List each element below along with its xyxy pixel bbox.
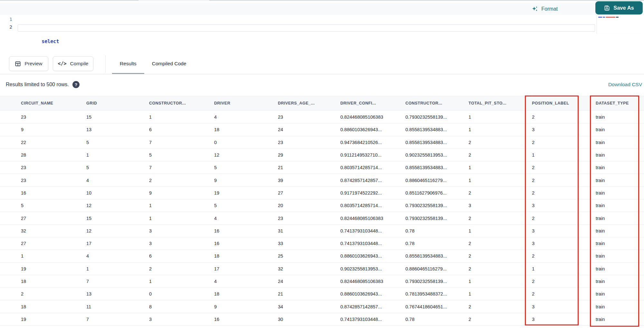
column-header[interactable]: DATASET_TYPE [596,101,644,105]
table-cell: 0.824468085106383 [340,114,405,120]
table-cell: 2 [532,253,596,259]
table-cell: 0.8860103626943... [340,127,405,132]
table-cell: 0.8742857142857... [340,178,405,183]
tab-results[interactable]: Results [112,53,144,74]
table-cell: 23 [278,114,340,120]
table-cell: 2 [532,190,596,196]
results-limit-text: Results limited to 500 rows. [6,82,69,87]
window-top-edge [0,0,644,1]
table-cell: 23 [278,140,340,145]
table-cell: 13 [86,127,149,132]
line-number-1: 1 [7,17,12,22]
table-cell: 23 [21,178,86,183]
table-cell: 0.8860103626943... [340,291,405,296]
column-header[interactable]: DRIVER [214,101,278,105]
table-cell: 1 [149,114,214,120]
table-cell: 0.8511627906976... [405,190,469,196]
table-cell: 24 [278,279,340,284]
table-cell: train [596,165,644,170]
table-cell: 7 [149,165,214,170]
toolbar-tabs-divider [105,55,106,73]
table-cell: 2 [469,190,532,196]
table-cell: 0.7413793103448... [340,317,405,322]
column-header[interactable]: TOTAL_PIT_STO... [469,101,532,105]
table-cell: 1 [469,165,532,170]
results-info-bar: Results limited to 500 rows. ? Download … [0,78,644,93]
table-cell: train [596,304,644,309]
column-header[interactable]: CONSTRUCTOR... [149,101,214,105]
table-row: 23 4 2 9 39 0.8742857142857... 0.8860465… [0,174,644,187]
format-button-label: Format [541,6,558,12]
table-cell: 0 [214,140,278,145]
table-row: 28 1 5 12 29 0.9112149532710... 0.902325… [0,149,644,161]
sql-editor[interactable]: 1 2 select * from {{ ref( 't [0,15,644,53]
results-tabs: Results Compiled Code [112,53,194,74]
table-cell: 5 [21,203,86,208]
table-cell: 19 [21,266,86,271]
table-cell: 16 [214,228,278,233]
tab-results-label: Results [120,61,137,67]
table-cell: 20 [278,203,340,208]
table-cell: train [596,228,644,233]
table-cell: 0.7813953488372... [405,291,469,296]
table-cell: 0.7930232558139... [405,279,469,284]
column-header[interactable]: CONSTRUCTOR... [405,101,469,105]
compile-button[interactable]: </> Compile [53,56,93,71]
toolbar-bottom-divider [0,74,644,74]
compile-button-label: Compile [70,61,89,67]
table-cell: 1 [469,291,532,296]
table-cell: 2 [469,266,532,271]
table-cell: 28 [21,152,86,158]
column-header[interactable]: GRID [86,101,149,105]
table-cell: 17 [86,241,149,246]
table-cell: 0.8860465116279... [405,178,469,183]
table-cell: 1 [469,178,532,183]
code-line-1[interactable]: select * from {{ ref( 'train_test_positi… [18,17,103,24]
table-cell: 2 [532,165,596,170]
table-cell: 10 [86,190,149,196]
table-cell: train [596,114,644,120]
table-cell: 29 [278,152,340,158]
table-cell: 0.78 [405,228,469,233]
table-cell: 2 [532,291,596,296]
table-cell: 19 [214,190,278,196]
tab-compiled-code[interactable]: Compiled Code [144,53,194,74]
table-cell: 2 [469,317,532,322]
help-icon[interactable]: ? [72,81,80,88]
table-cell: 23 [21,165,86,170]
sparkles-icon [532,6,538,13]
column-header[interactable]: DRIVER_CONFI... [340,101,405,105]
table-cell: 24 [278,127,340,132]
table-row: 23 5 7 5 21 0.8035714285714... 0.8558139… [0,161,644,174]
table-cell: 17 [214,266,278,271]
preview-button[interactable]: Preview [9,56,48,71]
table-cell: 0.8558139534883... [405,127,469,132]
table-cell: 0.7413793103448... [340,228,405,233]
table-cell: 2 [532,114,596,120]
editor-minimap[interactable] [597,15,644,34]
table-grid-icon [15,61,21,67]
table-cell: 2 [469,216,532,221]
table-cell: train [596,241,644,246]
table-cell: 5 [86,140,149,145]
save-as-button[interactable]: Save As [595,1,643,14]
table-cell: 3 [149,317,214,322]
table-cell: train [596,279,644,284]
table-cell: 15 [86,114,149,120]
table-cell: 9 [21,127,86,132]
format-button[interactable]: Format [532,4,558,14]
column-header[interactable]: CIRCUIT_NAME [21,101,86,105]
table-cell: 0.8558139534883... [405,253,469,259]
table-cell: 1 [149,216,214,221]
column-header[interactable]: POSITION_LABEL [532,101,596,105]
table-cell: 1 [532,266,596,271]
results-table-header: CIRCUIT_NAME GRID CONSTRUCTOR... DRIVER … [0,96,644,111]
column-header[interactable]: DRIVERS_AGE_... [278,101,340,105]
table-cell: 3 [532,317,596,322]
table-cell: 23 [21,114,86,120]
table-cell: 0.78 [405,317,469,322]
editor-active-line[interactable] [18,24,595,32]
table-cell: 0.8742857142857... [340,304,405,309]
download-csv-link[interactable]: Download CSV [608,82,642,87]
save-icon [604,5,610,11]
